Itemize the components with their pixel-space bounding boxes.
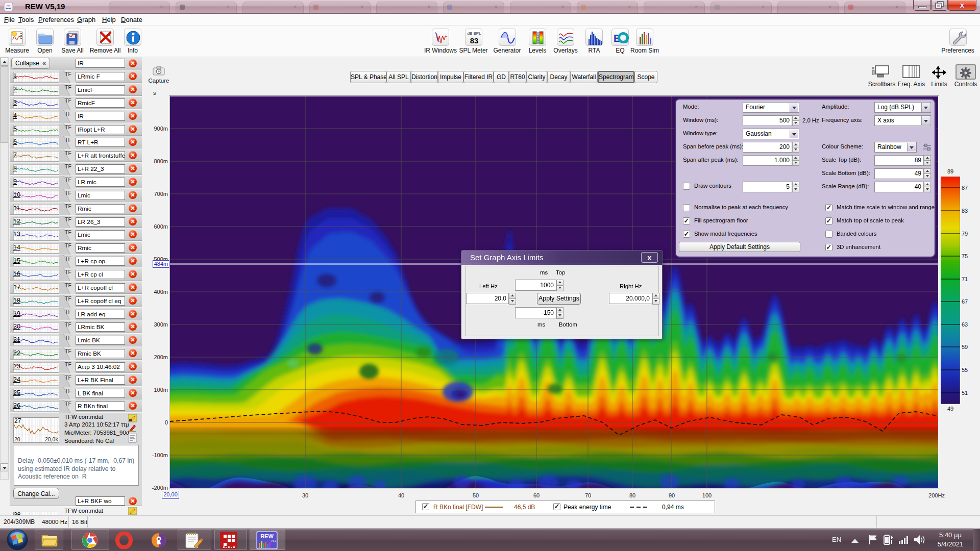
svg-text:9: 9	[537, 41, 539, 44]
svg-text:V5.1: V5.1	[271, 539, 277, 542]
svg-text:dB SPL: dB SPL	[467, 31, 481, 36]
svg-text:83: 83	[470, 36, 478, 45]
svg-text:REW: REW	[260, 533, 274, 539]
